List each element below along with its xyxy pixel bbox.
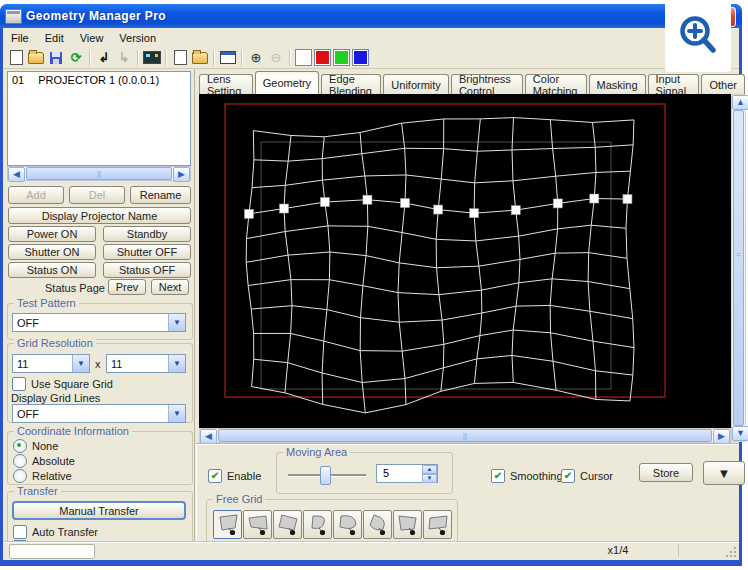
grid-handle[interactable]	[244, 209, 253, 218]
save-icon[interactable]	[47, 49, 65, 67]
standby-button[interactable]: Standby	[103, 226, 191, 242]
next-button[interactable]: Next	[151, 279, 189, 295]
power-on-button[interactable]: Power ON	[8, 226, 96, 242]
grid-handle[interactable]	[590, 194, 599, 203]
radio-dot[interactable]	[13, 439, 27, 453]
open-folder-icon[interactable]	[191, 49, 209, 67]
menu-version[interactable]: Version	[111, 30, 164, 46]
moving-area-slider-thumb[interactable]	[320, 466, 331, 485]
free-grid-mode-button-1[interactable]	[213, 510, 242, 539]
display-projector-name-button[interactable]: Display Projector Name	[8, 207, 191, 224]
radio-dot[interactable]	[13, 469, 27, 483]
display-window-icon[interactable]	[219, 49, 237, 67]
menu-file[interactable]: File	[3, 30, 37, 46]
scroll-down-icon[interactable]: ▼	[732, 426, 748, 441]
new-file-icon[interactable]	[7, 49, 25, 67]
tab-lens-setting[interactable]: Lens Setting	[199, 74, 253, 94]
scroll-thumb[interactable]	[733, 110, 744, 426]
zoom-in-icon[interactable]: ⊕	[247, 49, 265, 67]
grid-res-h-select[interactable]: 11 ▼	[12, 354, 90, 373]
scroll-right-icon[interactable]: ▶	[713, 429, 730, 444]
store-button[interactable]: Store	[639, 463, 693, 482]
tab-brightness-control[interactable]: Brightness Control	[451, 74, 523, 94]
scroll-right-icon[interactable]: ▶	[173, 167, 190, 182]
tab-edge-blending[interactable]: Edge Blending	[321, 74, 381, 94]
distortion-grid[interactable]	[199, 94, 731, 428]
canvas-vscrollbar[interactable]: ▲ ▼	[731, 94, 746, 442]
free-grid-mode-button-2[interactable]	[243, 510, 272, 539]
tab-masking[interactable]: Masking	[589, 74, 646, 94]
cursor-checkbox[interactable]: ✔ Cursor	[561, 469, 613, 483]
refresh-icon[interactable]: ⟳	[67, 49, 85, 67]
display-grid-lines-select[interactable]: OFF ▼	[12, 404, 186, 423]
scroll-up-icon[interactable]: ▲	[732, 95, 748, 110]
projector-list[interactable]: 01 PROJECTOR 1 (0.0.0.1)	[7, 71, 191, 166]
checkbox-box[interactable]: ✔	[561, 469, 575, 483]
new-page-icon[interactable]	[171, 49, 189, 67]
tab-input-signal[interactable]: Input Signal	[648, 74, 700, 94]
remote-control-icon[interactable]	[143, 49, 161, 67]
color-swatch-green[interactable]	[333, 49, 350, 66]
geometry-canvas[interactable]	[199, 94, 731, 428]
tab-other[interactable]: Other	[701, 74, 745, 94]
free-grid-mode-button-8[interactable]	[423, 510, 452, 539]
grid-handle[interactable]	[400, 199, 409, 208]
free-grid-mode-button-7[interactable]	[393, 510, 422, 539]
scroll-left-icon[interactable]: ◀	[8, 167, 25, 182]
color-swatch-white[interactable]	[295, 49, 312, 66]
canvas-hscrollbar[interactable]: ◀ ▶	[199, 428, 731, 443]
rename-button[interactable]: Rename	[130, 186, 191, 204]
color-swatch-red[interactable]	[314, 49, 331, 66]
tab-uniformity[interactable]: Uniformity	[383, 74, 449, 94]
status-on-button[interactable]: Status ON	[8, 262, 96, 278]
checkbox-box[interactable]: ✔	[491, 469, 505, 483]
projector-list-item[interactable]: 01 PROJECTOR 1 (0.0.0.1)	[8, 72, 190, 88]
filter-dropdown-button[interactable]: ▼	[703, 461, 745, 485]
tab-geometry[interactable]: Geometry	[255, 71, 319, 94]
checkbox-box[interactable]	[13, 525, 27, 539]
grid-handle[interactable]	[363, 195, 372, 204]
prev-button[interactable]: Prev	[108, 279, 146, 295]
grid-handle[interactable]	[511, 206, 520, 215]
smoothing-checkbox[interactable]: ✔ Smoothing	[491, 469, 563, 483]
menu-view[interactable]: View	[72, 30, 112, 46]
menu-edit[interactable]: Edit	[37, 30, 72, 46]
projector-list-hscrollbar[interactable]: ◀ ▶	[7, 166, 191, 181]
grid-res-v-select[interactable]: 11 ▼	[106, 354, 186, 373]
manual-transfer-button[interactable]: Manual Transfer	[12, 501, 186, 520]
auto-transfer-checkbox[interactable]: Auto Transfer	[13, 525, 98, 539]
free-grid-mode-button-4[interactable]	[303, 510, 332, 539]
shutter-off-button[interactable]: Shutter OFF	[103, 244, 191, 260]
test-pattern-select[interactable]: OFF ▼	[12, 313, 186, 332]
scroll-thumb[interactable]	[218, 429, 712, 442]
free-grid-mode-button-6[interactable]	[363, 510, 392, 539]
radio-dot[interactable]	[13, 454, 27, 468]
resize-grip[interactable]	[725, 546, 737, 558]
moving-area-spinner[interactable]: 5 ▲ ▼	[376, 464, 438, 483]
radio-absolute[interactable]: Absolute	[13, 454, 75, 468]
spin-down-icon[interactable]: ▼	[422, 474, 437, 483]
checkbox-box[interactable]	[12, 377, 26, 391]
free-grid-mode-button-5[interactable]	[333, 510, 362, 539]
grid-handle[interactable]	[553, 199, 562, 208]
grid-handle[interactable]	[434, 205, 443, 214]
scroll-thumb[interactable]	[26, 167, 172, 180]
checkbox-box[interactable]: ✔	[208, 469, 222, 483]
use-square-grid-checkbox[interactable]: Use Square Grid	[12, 377, 113, 391]
spin-up-icon[interactable]: ▲	[422, 465, 437, 474]
chevron-down-icon[interactable]: ▼	[72, 355, 89, 372]
free-grid-mode-button-3[interactable]	[273, 510, 302, 539]
enable-checkbox[interactable]: ✔ Enable	[208, 469, 261, 483]
undo-icon[interactable]: ↲	[95, 49, 113, 67]
shutter-on-button[interactable]: Shutter ON	[8, 244, 96, 260]
tab-color-matching[interactable]: Color Matching	[525, 74, 587, 94]
chevron-down-icon[interactable]: ▼	[168, 314, 185, 331]
del-button[interactable]: Del	[69, 186, 125, 204]
radio-none[interactable]: None	[13, 439, 58, 453]
grid-handle[interactable]	[623, 195, 632, 204]
scroll-left-icon[interactable]: ◀	[200, 429, 217, 444]
radio-relative[interactable]: Relative	[13, 469, 72, 483]
color-swatch-blue[interactable]	[352, 49, 369, 66]
add-button[interactable]: Add	[8, 186, 64, 204]
chevron-down-icon[interactable]: ▼	[168, 355, 185, 372]
